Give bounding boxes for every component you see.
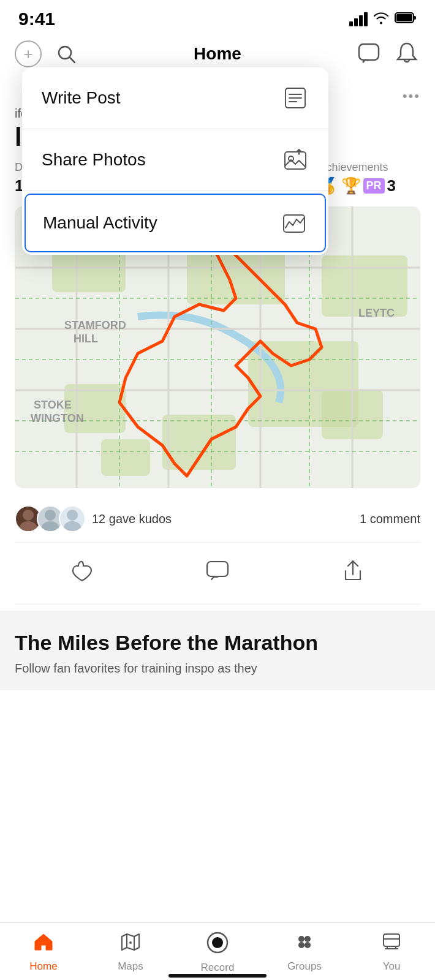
nav-home[interactable]: Home [13, 932, 74, 973]
notifications-button[interactable] [393, 40, 420, 67]
manual-activity-item[interactable]: Manual Activity [25, 194, 326, 252]
stat-achievements: Achievements 🥇 🏆 PR 3 [319, 161, 421, 195]
nav-you[interactable]: You [361, 932, 422, 973]
home-indicator [168, 974, 267, 978]
svg-rect-5 [359, 44, 379, 60]
status-bar: 9:41 [0, 0, 435, 34]
add-button[interactable]: + [15, 40, 42, 67]
nav-groups-label: Groups [287, 960, 322, 973]
maps-icon [120, 932, 141, 957]
svg-point-43 [20, 521, 37, 531]
page-title: Home [194, 44, 241, 64]
status-icons [349, 11, 417, 28]
svg-rect-21 [101, 439, 150, 476]
record-icon [206, 932, 229, 958]
promo-section: The Miles Before the Marathon Follow fan… [0, 611, 435, 690]
dropdown-menu: Write Post Share Photos Manual Activity [22, 67, 328, 255]
kudos-info: 12 gave kudos [15, 505, 172, 532]
nav-you-label: You [383, 960, 401, 973]
write-post-icon [282, 85, 309, 111]
home-icon [33, 932, 54, 957]
nav-groups[interactable]: Groups [274, 932, 335, 973]
nav-maps-label: Maps [118, 960, 143, 973]
svg-point-45 [42, 521, 59, 531]
kudos-button[interactable] [51, 552, 113, 589]
header-left: + [15, 40, 80, 67]
svg-rect-10 [285, 152, 306, 169]
write-post-item[interactable]: Write Post [22, 67, 328, 129]
svg-point-44 [45, 510, 56, 521]
svg-point-46 [67, 510, 78, 521]
nav-maps[interactable]: Maps [100, 932, 161, 973]
svg-point-51 [129, 941, 132, 944]
svg-text:HILL: HILL [74, 333, 98, 345]
avatar [59, 505, 86, 532]
svg-rect-1 [396, 14, 412, 21]
share-button[interactable] [322, 552, 384, 589]
comment-count: 1 comment [360, 512, 420, 526]
messages-button[interactable] [355, 40, 382, 67]
bottom-nav: Home Maps Record [0, 922, 435, 980]
signal-icon [349, 12, 368, 26]
trophy-icon: 🏆 [341, 176, 361, 195]
svg-text:STOKE: STOKE [34, 399, 72, 411]
svg-rect-58 [384, 934, 399, 946]
svg-point-53 [212, 937, 223, 948]
kudos-row: 12 gave kudos 1 comment [15, 499, 420, 542]
svg-point-57 [304, 942, 311, 948]
svg-rect-48 [207, 562, 228, 576]
svg-text:LEYTC: LEYTC [358, 307, 395, 319]
more-options-button[interactable]: ••• [403, 88, 420, 104]
nav-record[interactable]: Record [187, 932, 248, 974]
action-row [15, 542, 420, 605]
status-time: 9:41 [18, 9, 55, 29]
svg-text:WINGTON: WINGTON [31, 412, 84, 424]
promo-title: The Miles Before the Marathon [15, 630, 420, 655]
header-right [355, 40, 420, 67]
pr-icon: PR [363, 178, 385, 194]
manual-activity-icon [281, 209, 308, 236]
kudos-count: 12 gave kudos [92, 512, 172, 526]
share-photos-icon [282, 146, 309, 173]
svg-point-3 [59, 47, 71, 59]
svg-line-4 [70, 58, 75, 62]
share-photos-item[interactable]: Share Photos [22, 129, 328, 191]
wifi-icon [373, 11, 390, 28]
nav-record-label: Record [201, 962, 235, 974]
comment-button[interactable] [187, 552, 248, 589]
promo-subtitle: Follow fan favorites for training inspo … [15, 662, 420, 676]
svg-point-42 [23, 510, 34, 521]
search-button[interactable] [53, 40, 80, 67]
svg-text:STAMFORD: STAMFORD [64, 319, 126, 331]
svg-rect-19 [64, 384, 126, 433]
groups-icon [294, 932, 315, 957]
svg-point-55 [304, 936, 311, 942]
svg-point-56 [298, 942, 304, 948]
nav-home-label: Home [29, 960, 57, 973]
battery-icon [395, 12, 417, 27]
you-icon [381, 932, 402, 957]
svg-rect-2 [414, 16, 416, 20]
kudos-avatars [15, 505, 86, 532]
svg-point-54 [298, 936, 304, 942]
svg-point-47 [64, 521, 81, 531]
